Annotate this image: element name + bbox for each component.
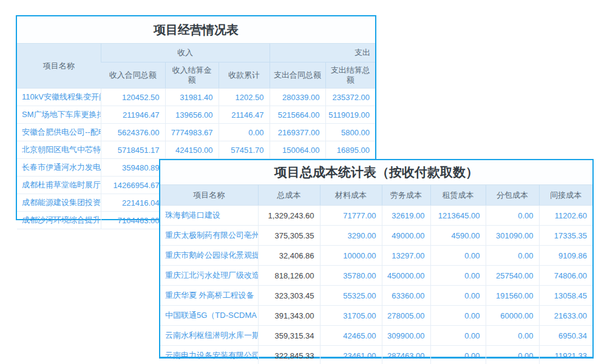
table2-col-total-cost: 总成本 xyxy=(258,185,320,206)
receipts-accumulated-cell: 57451.70 xyxy=(219,141,270,159)
receipts-accumulated-cell: 21146.47 xyxy=(219,106,270,124)
table1-group-header-row: 项目名称 收入 支出 xyxy=(17,44,375,62)
total-cost-cell: 322,845.33 xyxy=(258,346,320,364)
table1-col-income-settlement: 收入结算金额 xyxy=(165,62,219,89)
labor-cost-cell: 13297.00 xyxy=(382,246,430,266)
expense-settlement-total-cell: 5800.00 xyxy=(325,124,375,141)
income-contract-total-cell: 359480.89 xyxy=(101,159,165,177)
indirect-cost-cell: 17335.35 xyxy=(539,226,592,246)
project-name-cell: 成都杜甫草堂临时展厅 xyxy=(17,177,101,194)
table2-title: 项目总成本统计表（按收付款取数） xyxy=(160,160,592,185)
material-cost-cell: 23461.00 xyxy=(320,346,382,364)
lease-cost-cell: 0.00 xyxy=(430,266,486,286)
table1-col-expense-contract-total: 支出合同总额 xyxy=(270,62,325,89)
table1-col-expense-settlement-total: 支出结算总额 xyxy=(325,62,375,89)
total-cost-cell: 818,126.00 xyxy=(258,266,320,286)
total-cost-cell: 359,315.34 xyxy=(258,326,320,346)
expense-settlement-total-cell: 235372.00 xyxy=(325,89,375,106)
project-name-cell: 云南水利枢纽潜明水库一期 xyxy=(160,326,258,346)
project-name-cell: 中国联通5G（TD-SCDMA） xyxy=(160,306,258,326)
project-name-cell: 110kV安徽线程集变开闭 xyxy=(17,89,101,106)
project-total-cost-table: 项目名称 总成本 材料成本 劳务成本 租赁成本 分包成本 间接成本 珠海鹤港口建… xyxy=(160,185,592,364)
lease-cost-cell: 0.00 xyxy=(430,346,486,364)
labor-cost-cell: 32619.00 xyxy=(382,206,430,226)
project-name-cell: 长春市伊通河水力发电 xyxy=(17,159,101,177)
expense-contract-total-cell: 150064.00 xyxy=(270,141,325,159)
income-contract-total-cell: 7104463.00 xyxy=(101,212,165,229)
project-name-cell: 重庆华夏 外高桥工程设备 xyxy=(160,286,258,306)
project-name-cell: 安徽合肥供电公司--配电 xyxy=(17,124,101,141)
material-cost-cell: 71777.00 xyxy=(320,206,382,226)
material-cost-cell: 55325.00 xyxy=(320,286,382,306)
table2-col-lease-cost: 租赁成本 xyxy=(430,185,486,206)
table2-header-row: 项目名称 总成本 材料成本 劳务成本 租赁成本 分包成本 间接成本 xyxy=(160,185,592,206)
labor-cost-cell: 309900.00 xyxy=(382,326,430,346)
project-name-cell: 重庆太极制药有限公司亳州 xyxy=(160,226,258,246)
subcontract-cost-cell: 60000.00 xyxy=(486,306,539,326)
indirect-cost-cell: 9109.86 xyxy=(539,246,592,266)
indirect-cost-cell: 74806.00 xyxy=(539,266,592,286)
table1-group-income: 收入 xyxy=(101,44,270,62)
project-name-cell: 重庆江北污水处理厂级改造 xyxy=(160,266,258,286)
labor-cost-cell: 450000.00 xyxy=(382,266,430,286)
total-cost-cell: 32,406.86 xyxy=(258,246,320,266)
project-name-cell: 成都能源建设集团投资 xyxy=(17,194,101,212)
table1-col-income-contract-total: 收入合同总额 xyxy=(101,62,165,89)
income-contract-total-cell: 5624376.00 xyxy=(101,124,165,141)
subcontract-cost-cell: 301090.00 xyxy=(486,226,539,246)
income-contract-total-cell: 14266954.67 xyxy=(101,177,165,194)
subcontract-cost-cell: 257540.00 xyxy=(486,266,539,286)
project-name-cell: 北京朝阳区电气中芯特 xyxy=(17,141,101,159)
material-cost-cell: 3290.00 xyxy=(320,226,382,246)
lease-cost-cell: 1213645.00 xyxy=(430,206,486,226)
table2-col-project-name: 项目名称 xyxy=(160,185,258,206)
total-cost-cell: 323,303.45 xyxy=(258,286,320,306)
lease-cost-cell: 0.00 xyxy=(430,326,486,346)
table1-row: 110kV安徽线程集变开闭 120452.50 31981.40 1202.50… xyxy=(17,89,375,106)
table1-col-receipts-accumulated: 收款累计 xyxy=(219,62,270,89)
project-name-cell: 珠海鹤港口建设 xyxy=(160,206,258,226)
material-cost-cell: 31705.00 xyxy=(320,306,382,326)
subcontract-cost-cell: 0.00 xyxy=(486,246,539,266)
indirect-cost-cell: 13058.45 xyxy=(539,286,592,306)
table1-header: 项目名称 收入 支出 收入合同总额 收入结算金额 收款累计 支出合同总额 支出结… xyxy=(17,44,375,89)
table2-col-subcontract-cost: 分包成本 xyxy=(486,185,539,206)
table2-col-labor-cost: 劳务成本 xyxy=(382,185,430,206)
income-settlement-cell: 7774983.67 xyxy=(165,124,219,141)
total-cost-cell: 391,343.00 xyxy=(258,306,320,326)
labor-cost-cell: 287463.00 xyxy=(382,346,430,364)
lease-cost-cell: 0.00 xyxy=(430,286,486,306)
income-contract-total-cell: 221416.04 xyxy=(101,194,165,212)
expense-settlement-total-cell: 5119019.00 xyxy=(325,106,375,124)
income-contract-total-cell: 211946.47 xyxy=(101,106,165,124)
subcontract-cost-cell: 191560.00 xyxy=(486,286,539,306)
subcontract-cost-cell: 0.00 xyxy=(486,326,539,346)
project-name-cell: 重庆市鹅岭公园绿化景观提升 xyxy=(160,246,258,266)
table1-row: 北京朝阳区电气中芯特 5718451.17 424150.00 57451.70… xyxy=(17,141,375,159)
material-cost-cell: 35780.00 xyxy=(320,266,382,286)
receipts-accumulated-cell: 1202.50 xyxy=(219,89,270,106)
income-settlement-cell: 31981.40 xyxy=(165,89,219,106)
table2-col-material-cost: 材料成本 xyxy=(320,185,382,206)
project-name-cell: 成都沙河环境综合提升 xyxy=(17,212,101,229)
income-settlement-cell: 139656.00 xyxy=(165,106,219,124)
table2-row: 重庆江北污水处理厂级改造 818,126.00 35780.00 450000.… xyxy=(160,266,592,286)
labor-cost-cell: 49000.00 xyxy=(382,226,430,246)
total-cost-cell: 375,305.35 xyxy=(258,226,320,246)
expense-contract-total-cell: 5215664.00 xyxy=(270,106,325,124)
subcontract-cost-cell: 0.00 xyxy=(486,346,539,364)
lease-cost-cell: 4590.00 xyxy=(430,226,486,246)
table2-row: 重庆太极制药有限公司亳州 375,305.35 3290.00 49000.00… xyxy=(160,226,592,246)
table2-row: 重庆市鹅岭公园绿化景观提升 32,406.86 10000.00 13297.0… xyxy=(160,246,592,266)
table2-row: 云南电力设备安装有限公司 322,845.33 23461.00 287463.… xyxy=(160,346,592,364)
table2-row: 重庆华夏 外高桥工程设备 323,303.45 55325.00 63360.0… xyxy=(160,286,592,306)
project-name-cell: 云南电力设备安装有限公司 xyxy=(160,346,258,364)
table1-row: SM广场地下车库更换排 211946.47 139656.00 21146.47… xyxy=(17,106,375,124)
table1-group-expense: 支出 xyxy=(270,44,375,62)
income-settlement-cell: 424150.00 xyxy=(165,141,219,159)
table2-row: 云南水利枢纽潜明水库一期 359,315.34 42465.00 309900.… xyxy=(160,326,592,346)
subcontract-cost-cell: 0.00 xyxy=(486,206,539,226)
table2-row: 珠海鹤港口建设 1,329,243.60 71777.00 32619.00 1… xyxy=(160,206,592,226)
table2-row: 中国联通5G（TD-SCDMA） 391,343.00 31705.00 278… xyxy=(160,306,592,326)
receipts-accumulated-cell: 0.00 xyxy=(219,124,270,141)
